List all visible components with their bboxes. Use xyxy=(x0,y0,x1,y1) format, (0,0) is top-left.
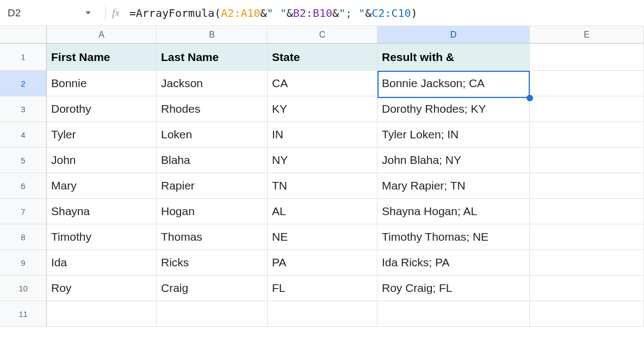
col-header-A[interactable]: A xyxy=(47,26,157,44)
cell-E3[interactable] xyxy=(530,96,644,122)
row-header-11[interactable]: 11 xyxy=(0,301,47,327)
cell-D3[interactable]: Dorothy Rhodes; KY xyxy=(377,96,530,122)
cell-B3[interactable]: Rhodes xyxy=(157,96,268,122)
formula-ref-b: B2:B10 xyxy=(293,7,332,20)
formula-ref-a: A2:A10 xyxy=(221,7,260,20)
cell-E7[interactable] xyxy=(530,199,644,224)
cell-C11[interactable] xyxy=(268,301,377,327)
cell-D1[interactable]: Result with & xyxy=(377,44,530,71)
cell-A4[interactable]: Tyler xyxy=(47,122,157,148)
cell-C7[interactable]: AL xyxy=(268,199,377,224)
cell-D2[interactable]: Bonnie Jackson; CA xyxy=(377,71,530,96)
cell-D5[interactable]: John Blaha; NY xyxy=(377,148,530,173)
cell-C2[interactable]: CA xyxy=(268,71,377,96)
cell-A2[interactable]: Bonnie xyxy=(47,71,157,96)
table-row: 9 Ida Ricks PA Ida Ricks; PA xyxy=(0,250,644,276)
formula-str1: " " xyxy=(267,7,287,20)
cell-A11[interactable] xyxy=(47,301,157,327)
row-header-10[interactable]: 10 xyxy=(0,276,47,301)
cell-B10[interactable]: Craig xyxy=(157,276,268,301)
cell-C8[interactable]: NE xyxy=(268,224,377,250)
row-header-7[interactable]: 7 xyxy=(0,199,47,224)
row-header-2[interactable]: 2 xyxy=(0,71,47,96)
cell-D7[interactable]: Shayna Hogan; AL xyxy=(377,199,530,224)
cell-C6[interactable]: TN xyxy=(268,173,377,199)
table-row: 7 Shayna Hogan AL Shayna Hogan; AL xyxy=(0,199,644,224)
cell-C4[interactable]: IN xyxy=(268,122,377,148)
col-header-D[interactable]: D xyxy=(377,26,530,44)
cell-A10[interactable]: Roy xyxy=(47,276,157,301)
cell-E2[interactable] xyxy=(530,71,644,96)
cell-B8[interactable]: Thomas xyxy=(157,224,268,250)
table-row: 3 Dorothy Rhodes KY Dorothy Rhodes; KY xyxy=(0,96,644,122)
cell-D6[interactable]: Mary Rapier; TN xyxy=(377,173,530,199)
table-row: 2 Bonnie Jackson CA Bonnie Jackson; CA xyxy=(0,71,644,96)
formula-amp4: & xyxy=(365,7,371,20)
cell-A5[interactable]: John xyxy=(47,148,157,173)
grid: A B C D E 1 First Name Last Name State R… xyxy=(0,26,644,327)
formula-suffix: ) xyxy=(411,7,418,20)
row-header-8[interactable]: 8 xyxy=(0,224,47,250)
cell-D9[interactable]: Ida Ricks; PA xyxy=(377,250,530,276)
formula-ref-c: C2:C10 xyxy=(371,7,411,20)
formula-str2: "; " xyxy=(339,7,365,20)
row-header-1[interactable]: 1 xyxy=(0,44,47,71)
cell-C10[interactable]: FL xyxy=(268,276,377,301)
cell-D8[interactable]: Timothy Thomas; NE xyxy=(377,224,530,250)
chevron-down-icon xyxy=(85,11,91,14)
cell-E10[interactable] xyxy=(530,276,644,301)
cell-E11[interactable] xyxy=(530,301,644,327)
col-header-C[interactable]: C xyxy=(268,26,377,44)
cell-A3[interactable]: Dorothy xyxy=(47,96,157,122)
table-row: 4 Tyler Loken IN Tyler Loken; IN xyxy=(0,122,644,148)
cell-A7[interactable]: Shayna xyxy=(47,199,157,224)
cell-D11[interactable] xyxy=(377,301,530,327)
cell-A9[interactable]: Ida xyxy=(47,250,157,276)
cell-C9[interactable]: PA xyxy=(268,250,377,276)
cell-E4[interactable] xyxy=(530,122,644,148)
row-header-9[interactable]: 9 xyxy=(0,250,47,276)
cell-B1[interactable]: Last Name xyxy=(157,44,268,71)
cell-C3[interactable]: KY xyxy=(268,96,377,122)
cell-D10[interactable]: Roy Craig; FL xyxy=(377,276,530,301)
cell-B4[interactable]: Loken xyxy=(157,122,268,148)
name-box-value: D2 xyxy=(8,7,21,19)
cell-B9[interactable]: Ricks xyxy=(157,250,268,276)
cell-B11[interactable] xyxy=(157,301,268,327)
table-row: 5 John Blaha NY John Blaha; NY xyxy=(0,148,644,173)
formula-prefix: =ArrayFormula( xyxy=(129,7,221,20)
table-row: 10 Roy Craig FL Roy Craig; FL xyxy=(0,276,644,301)
cell-C1[interactable]: State xyxy=(268,44,377,71)
table-row: 8 Timothy Thomas NE Timothy Thomas; NE xyxy=(0,224,644,250)
row-header-4[interactable]: 4 xyxy=(0,122,47,148)
divider xyxy=(105,5,106,21)
name-box[interactable]: D2 xyxy=(3,0,98,26)
spreadsheet: D2 fx =ArrayFormula(A2:A10&" "&B2:B10&";… xyxy=(0,0,644,327)
col-header-E[interactable]: E xyxy=(530,26,644,44)
cell-E1[interactable] xyxy=(530,44,644,71)
cell-E5[interactable] xyxy=(530,148,644,173)
row-header-3[interactable]: 3 xyxy=(0,96,47,122)
cell-E8[interactable] xyxy=(530,224,644,250)
formula-bar: D2 fx =ArrayFormula(A2:A10&" "&B2:B10&";… xyxy=(0,0,644,26)
cell-E9[interactable] xyxy=(530,250,644,276)
cell-B2[interactable]: Jackson xyxy=(157,71,268,96)
table-row: 6 Mary Rapier TN Mary Rapier; TN xyxy=(0,173,644,199)
row-header-6[interactable]: 6 xyxy=(0,173,47,199)
formula-input[interactable]: =ArrayFormula(A2:A10&" "&B2:B10&"; "&C2:… xyxy=(129,7,418,20)
cell-E6[interactable] xyxy=(530,173,644,199)
cell-C5[interactable]: NY xyxy=(268,148,377,173)
cell-D4[interactable]: Tyler Loken; IN xyxy=(377,122,530,148)
cell-B6[interactable]: Rapier xyxy=(157,173,268,199)
formula-amp3: & xyxy=(332,7,339,20)
col-header-B[interactable]: B xyxy=(157,26,268,44)
select-all-corner[interactable] xyxy=(0,26,47,44)
cell-A8[interactable]: Timothy xyxy=(47,224,157,250)
cell-B5[interactable]: Blaha xyxy=(157,148,268,173)
cell-A1[interactable]: First Name xyxy=(47,44,157,71)
row-header-5[interactable]: 5 xyxy=(0,148,47,173)
cell-A6[interactable]: Mary xyxy=(47,173,157,199)
fill-handle-icon[interactable] xyxy=(527,95,533,101)
cell-B7[interactable]: Hogan xyxy=(157,199,268,224)
fx-icon: fx xyxy=(112,7,120,19)
